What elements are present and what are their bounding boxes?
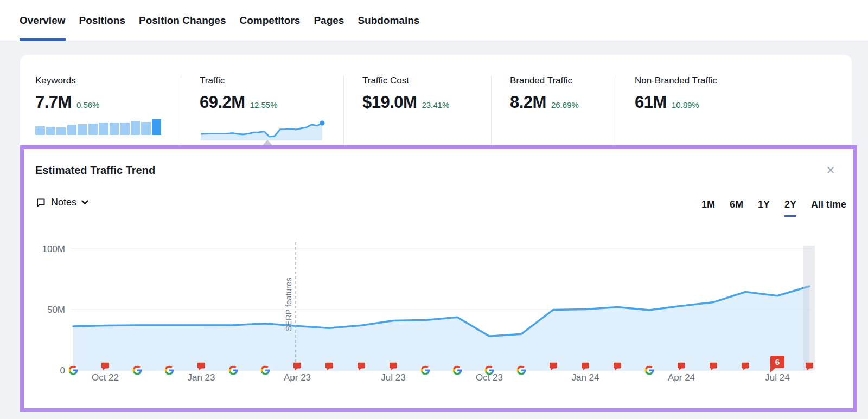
metric-label: Traffic — [200, 75, 343, 86]
keywords-sparkline-bars — [35, 119, 161, 135]
google-update-icon[interactable] — [133, 366, 142, 375]
serp-features-label: SERP features — [284, 278, 293, 331]
metric-change: 0.56% — [76, 100, 100, 109]
x-tick-label: Jul 24 — [765, 372, 789, 383]
y-tick-label: 0 — [60, 365, 65, 376]
google-update-icon[interactable] — [517, 366, 526, 375]
google-update-icon[interactable] — [69, 366, 78, 375]
metric-label: Non-Branded Traffic — [635, 75, 850, 86]
metric-value: $19.0M — [362, 93, 417, 112]
metric-traffic[interactable]: Traffic69.2M12.55% — [181, 75, 343, 152]
y-tick-label: 50M — [47, 305, 65, 315]
y-tick-label: 100M — [42, 244, 65, 254]
traffic-sparkline — [200, 119, 326, 140]
google-update-icon[interactable] — [453, 366, 462, 375]
metric-change: 10.89% — [672, 100, 699, 109]
metric-label: Keywords — [35, 75, 181, 86]
google-update-icon[interactable] — [261, 366, 270, 375]
x-tick-label: Apr 24 — [668, 372, 695, 383]
google-update-icon[interactable] — [421, 366, 430, 375]
tab-subdomains[interactable]: Subdomains — [358, 0, 419, 41]
estimated-traffic-trend-panel: Estimated Traffic Trend × Notes 1M6M1Y2Y… — [20, 145, 857, 412]
traffic-area — [73, 286, 809, 370]
top-navigation: OverviewPositionsPosition ChangesCompeti… — [0, 0, 868, 41]
metric-branded-traffic[interactable]: Branded Traffic8.2M26.69% — [491, 75, 616, 152]
tab-position-changes[interactable]: Position Changes — [139, 0, 226, 41]
tab-overview[interactable]: Overview — [20, 0, 66, 41]
nav-tabs: OverviewPositionsPosition ChangesCompeti… — [0, 0, 868, 41]
metric-value: 8.2M — [510, 93, 546, 112]
popover-caret-icon — [263, 140, 272, 145]
traffic-trend-chart: 100M50M0SERP featuresOct 22Jan 23Apr 23J… — [24, 149, 853, 390]
tab-competitors[interactable]: Competitors — [239, 0, 300, 41]
metric-value: 61M — [635, 93, 667, 112]
x-tick-label: Jul 23 — [381, 372, 405, 383]
metric-change: 26.69% — [551, 100, 579, 109]
tab-pages[interactable]: Pages — [314, 0, 344, 41]
google-update-icon[interactable] — [229, 366, 238, 375]
metrics-card: Keywords7.7M0.56%Traffic69.2M12.55%Traff… — [20, 55, 852, 152]
metric-value: 7.7M — [35, 93, 72, 112]
x-tick-label: Apr 23 — [284, 372, 311, 383]
tab-positions[interactable]: Positions — [79, 0, 126, 41]
metric-value: 69.2M — [200, 93, 245, 112]
metric-label: Traffic Cost — [362, 75, 491, 86]
x-tick-label: Jan 24 — [571, 372, 599, 383]
metric-label: Branded Traffic — [510, 75, 616, 86]
metric-keywords[interactable]: Keywords7.7M0.56% — [20, 75, 181, 152]
metric-change: 23.41% — [422, 100, 449, 109]
google-update-icon[interactable] — [485, 366, 494, 375]
metric-non-branded-traffic[interactable]: Non-Branded Traffic61M10.89% — [616, 75, 850, 152]
notes-count-badge: 6 — [775, 357, 780, 366]
x-tick-label: Jan 23 — [187, 372, 215, 383]
google-update-icon[interactable] — [165, 366, 174, 375]
x-tick-label: Oct 22 — [92, 372, 119, 383]
metric-change: 12.55% — [250, 100, 278, 109]
current-period-band — [803, 246, 815, 370]
metric-traffic-cost[interactable]: Traffic Cost$19.0M23.41% — [343, 75, 491, 152]
google-update-icon[interactable] — [645, 366, 654, 375]
